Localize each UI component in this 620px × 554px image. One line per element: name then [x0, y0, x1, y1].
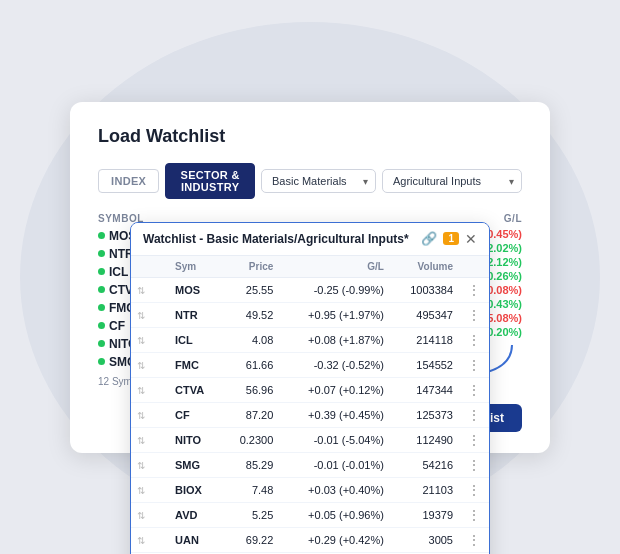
dot-cell [151, 302, 169, 327]
gl-cell: -0.32 (-0.52%) [279, 352, 390, 377]
symbol-cell: NTR [169, 302, 222, 327]
tab-sector-industry[interactable]: SECTOR & INDUSTRY [165, 163, 255, 199]
more-cell[interactable]: ⋮ [459, 477, 489, 502]
symbol-cell: MOS [169, 277, 222, 302]
link-icon[interactable]: 🔗 [421, 231, 437, 246]
more-cell[interactable]: ⋮ [459, 327, 489, 352]
table-row: ⇅ CTVA 56.96 +0.07 (+0.12%) 147344 ⋮ [131, 377, 489, 402]
volume-cell: 112490 [390, 427, 459, 452]
tabs-row: INDEX SECTOR & INDUSTRY Basic Materials … [98, 163, 522, 199]
price-cell: 61.66 [222, 352, 279, 377]
dot-cell [151, 427, 169, 452]
sector-dropdown-wrap: Basic Materials Energy Technology Health… [261, 169, 376, 193]
industry-dropdown-wrap: Agricultural Inputs Specialty Chemicals … [382, 169, 522, 193]
dot-cell [151, 502, 169, 527]
more-cell[interactable]: ⋮ [459, 402, 489, 427]
symbol-cell: CF [169, 402, 222, 427]
table-row: ⇅ NITO 0.2300 -0.01 (-5.04%) 112490 ⋮ [131, 427, 489, 452]
popup-header-icons: 🔗 1 ✕ [421, 231, 477, 247]
more-cell[interactable]: ⋮ [459, 427, 489, 452]
table-row: ⇅ SMG 85.29 -0.01 (-0.01%) 54216 ⋮ [131, 452, 489, 477]
th-sym: Sym [169, 256, 222, 278]
more-cell[interactable]: ⋮ [459, 452, 489, 477]
drag-handle: ⇅ [131, 452, 151, 477]
drag-handle: ⇅ [131, 427, 151, 452]
volume-cell: 214118 [390, 327, 459, 352]
symbol-cell: AVD [169, 502, 222, 527]
more-cell[interactable]: ⋮ [459, 352, 489, 377]
table-row: ⇅ AVD 5.25 +0.05 (+0.96%) 19379 ⋮ [131, 502, 489, 527]
drag-handle: ⇅ [131, 377, 151, 402]
th-more [459, 256, 489, 278]
dot-cell [151, 452, 169, 477]
drag-handle: ⇅ [131, 302, 151, 327]
symbol-cell: SMG [169, 452, 222, 477]
dot-cell [151, 352, 169, 377]
dot-cell [151, 527, 169, 552]
volume-cell: 19379 [390, 502, 459, 527]
table-row: ⇅ BIOX 7.48 +0.03 (+0.40%) 21103 ⋮ [131, 477, 489, 502]
more-cell[interactable]: ⋮ [459, 277, 489, 302]
symbol-cell: ICL [169, 327, 222, 352]
th-dot [151, 256, 169, 278]
gl-cell: +0.39 (+0.45%) [279, 402, 390, 427]
load-watchlist-card: Load Watchlist INDEX SECTOR & INDUSTRY B… [70, 102, 550, 453]
industry-dropdown[interactable]: Agricultural Inputs Specialty Chemicals … [382, 169, 522, 193]
th-gl: G/L [279, 256, 390, 278]
price-cell: 7.48 [222, 477, 279, 502]
table-row: ⇅ FMC 61.66 -0.32 (-0.52%) 154552 ⋮ [131, 352, 489, 377]
volume-cell: 1003384 [390, 277, 459, 302]
drag-handle: ⇅ [131, 402, 151, 427]
more-cell[interactable]: ⋮ [459, 302, 489, 327]
more-cell[interactable]: ⋮ [459, 502, 489, 527]
volume-cell: 125373 [390, 402, 459, 427]
gl-cell: -0.01 (-5.04%) [279, 427, 390, 452]
th-price: Price [222, 256, 279, 278]
dot-cell [151, 277, 169, 302]
gl-cell: +0.03 (+0.40%) [279, 477, 390, 502]
volume-cell: 495347 [390, 302, 459, 327]
gl-cell: -0.25 (-0.99%) [279, 277, 390, 302]
price-cell: 56.96 [222, 377, 279, 402]
volume-cell: 147344 [390, 377, 459, 402]
volume-cell: 54216 [390, 452, 459, 477]
table-row: ⇅ MOS 25.55 -0.25 (-0.99%) 1003384 ⋮ [131, 277, 489, 302]
dot-cell [151, 327, 169, 352]
card-title: Load Watchlist [98, 126, 522, 147]
gl-cell: +0.08 (+1.87%) [279, 327, 390, 352]
dot-cell [151, 377, 169, 402]
price-cell: 49.52 [222, 302, 279, 327]
price-cell: 87.20 [222, 402, 279, 427]
popup-table: Sym Price G/L Volume ⇅ MOS 25.55 -0.25 (… [131, 256, 489, 555]
more-cell[interactable]: ⋮ [459, 377, 489, 402]
gl-cell: +0.95 (+1.97%) [279, 302, 390, 327]
price-cell: 85.29 [222, 452, 279, 477]
price-cell: 25.55 [222, 277, 279, 302]
drag-handle: ⇅ [131, 527, 151, 552]
volume-cell: 3005 [390, 527, 459, 552]
watchlist-popup: Watchlist - Basic Materials/Agricultural… [130, 222, 490, 555]
table-row: ⇅ CF 87.20 +0.39 (+0.45%) 125373 ⋮ [131, 402, 489, 427]
close-icon[interactable]: ✕ [465, 231, 477, 247]
table-header-row: Sym Price G/L Volume [131, 256, 489, 278]
price-cell: 5.25 [222, 502, 279, 527]
sector-dropdown[interactable]: Basic Materials Energy Technology Health… [261, 169, 376, 193]
volume-cell: 154552 [390, 352, 459, 377]
th-volume: Volume [390, 256, 459, 278]
price-cell: 69.22 [222, 527, 279, 552]
symbol-cell: NITO [169, 427, 222, 452]
table-row: ⇅ NTR 49.52 +0.95 (+1.97%) 495347 ⋮ [131, 302, 489, 327]
tab-index[interactable]: INDEX [98, 169, 159, 193]
more-cell[interactable]: ⋮ [459, 527, 489, 552]
gl-cell: +0.29 (+0.42%) [279, 527, 390, 552]
popup-header: Watchlist - Basic Materials/Agricultural… [131, 223, 489, 256]
drag-handle: ⇅ [131, 352, 151, 377]
volume-cell: 21103 [390, 477, 459, 502]
price-cell: 4.08 [222, 327, 279, 352]
gl-cell: +0.05 (+0.96%) [279, 502, 390, 527]
drag-handle: ⇅ [131, 477, 151, 502]
table-row: ⇅ ICL 4.08 +0.08 (+1.87%) 214118 ⋮ [131, 327, 489, 352]
price-cell: 0.2300 [222, 427, 279, 452]
th-drag [131, 256, 151, 278]
drag-handle: ⇅ [131, 277, 151, 302]
